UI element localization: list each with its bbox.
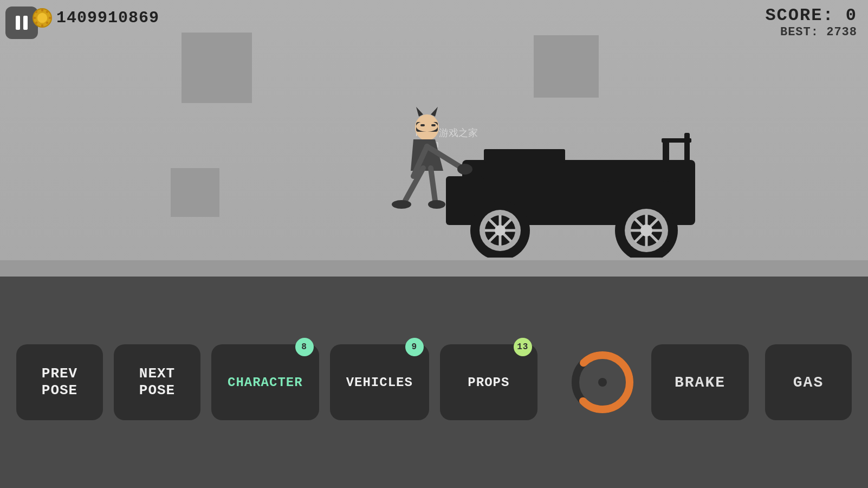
svg-line-46: [431, 168, 435, 201]
svg-point-45: [392, 200, 411, 209]
props-button[interactable]: 13 PROPS: [440, 344, 537, 420]
score-label: SCORE: 0: [765, 5, 857, 25]
svg-rect-39: [431, 124, 436, 126]
prev-pose-button[interactable]: PREVPOSE: [16, 344, 103, 420]
props-badge: 13: [514, 338, 532, 356]
scene-svg: [365, 106, 744, 258]
character-button[interactable]: 8 CHARACTER: [211, 344, 319, 420]
vehicles-button[interactable]: 9 VEHICLES: [330, 344, 429, 420]
control-bar: PREVPOSE NEXTPOSE 8 CHARACTER 9 VEHICLES…: [0, 277, 868, 488]
gas-button[interactable]: GAS: [765, 344, 852, 420]
coin-area: 1409910869: [33, 8, 159, 28]
ground: [0, 260, 868, 277]
svg-rect-5: [49, 17, 51, 19]
svg-rect-13: [484, 149, 565, 163]
vehicles-label: VEHICLES: [346, 375, 413, 390]
brake-button[interactable]: BRAKE: [651, 344, 749, 420]
gas-label: GAS: [793, 374, 824, 391]
platform-2: [534, 35, 599, 98]
svg-point-10: [39, 15, 46, 21]
steering-area: BRAKE GAS: [570, 344, 852, 420]
steering-wheel[interactable]: [570, 350, 635, 415]
platform-1: [182, 33, 252, 103]
svg-rect-4: [33, 17, 36, 19]
svg-point-48: [457, 164, 472, 175]
svg-marker-34: [416, 107, 423, 117]
pause-icon: [16, 16, 28, 30]
svg-point-24: [495, 225, 506, 236]
platform-3: [171, 168, 219, 217]
brake-label: BRAKE: [675, 374, 726, 391]
character-badge: 8: [295, 338, 314, 356]
character-vehicle: [365, 106, 744, 260]
svg-rect-38: [420, 124, 425, 126]
coin-amount: 1409910869: [56, 9, 159, 27]
next-pose-button[interactable]: NEXTPOSE: [114, 344, 200, 420]
svg-rect-16: [662, 138, 691, 143]
svg-rect-2: [41, 9, 43, 11]
svg-marker-35: [431, 107, 438, 117]
svg-point-47: [428, 200, 445, 209]
best-label: BEST: 2738: [765, 25, 857, 39]
props-label: PROPS: [468, 375, 509, 390]
svg-rect-14: [663, 138, 669, 182]
svg-rect-3: [41, 24, 43, 27]
character-label: CHARACTER: [228, 375, 303, 390]
svg-point-51: [598, 378, 607, 387]
coin-icon: [33, 8, 52, 28]
game-area: 1409910869 SCORE: 0 BEST: 2738 K73 游戏之家.…: [0, 0, 868, 277]
score-area: SCORE: 0 BEST: 2738: [765, 5, 857, 39]
svg-point-32: [640, 224, 652, 236]
vehicles-badge: 9: [405, 338, 424, 356]
